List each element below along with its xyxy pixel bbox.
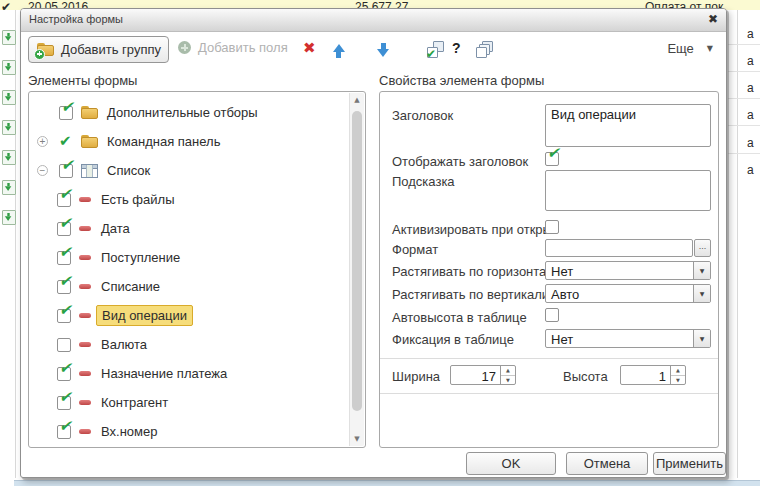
check-mark-icon[interactable]: ✔ (59, 134, 72, 149)
apply-label: Применить (656, 456, 723, 471)
cancel-button[interactable]: Отмена (566, 452, 648, 475)
show-header-checkbox[interactable]: ✔ (545, 152, 559, 166)
stretch-v-select[interactable]: Авто ▼ (545, 284, 711, 303)
dialog-titlebar[interactable]: Настройка формы ✖ (21, 9, 726, 32)
chevron-down-icon: ▼ (700, 267, 705, 274)
background-window-edge (14, 480, 760, 486)
dropdown-button[interactable]: ▼ (693, 262, 710, 279)
spin-down-icon[interactable]: ▼ (671, 376, 685, 385)
format-ellipsis-button[interactable]: ... (694, 239, 711, 257)
checkbox[interactable]: ✔ (57, 193, 71, 207)
apply-button[interactable]: Применить (653, 452, 726, 475)
tree-item[interactable]: ✔ Дата (29, 214, 349, 243)
tree-scrollbar[interactable]: ▲ ▼ (349, 93, 364, 446)
tree-item[interactable]: ✔ Поступление (29, 243, 349, 272)
field-icon (79, 429, 91, 434)
tree-item[interactable]: + ✔ Командная панель (29, 127, 349, 156)
more-button[interactable]: Еще ▼ (667, 41, 713, 56)
scroll-up-icon[interactable]: ▲ (350, 93, 364, 107)
add-group-button[interactable]: Добавить группу (28, 36, 169, 63)
dialog-title: Настройка формы (29, 13, 123, 25)
add-group-label: Добавить группу (61, 42, 161, 57)
tree-panel-title: Элементы формы (28, 73, 137, 88)
check-icon: ✔ (59, 419, 72, 434)
format-input[interactable] (545, 239, 693, 257)
tree-item[interactable]: ✔ Есть файлы (29, 185, 349, 214)
check-icon: ✔ (59, 245, 72, 260)
check-icon: ✔ (61, 158, 74, 173)
width-stepper[interactable]: 17 ▲ ▼ (450, 365, 516, 385)
scrollbar-thumb[interactable] (352, 111, 362, 411)
delete-icon[interactable]: ✖ (303, 40, 316, 57)
tree-item[interactable]: Валюта (29, 330, 349, 359)
activate-checkbox[interactable] (545, 220, 559, 234)
chevron-down-icon: ▼ (700, 335, 705, 342)
tree-item-selected[interactable]: ✔ Вид операции (29, 301, 349, 330)
background-row-line (728, 98, 760, 99)
tree-item-label: Валюта (101, 337, 147, 352)
document-icon (2, 150, 16, 165)
help-button[interactable]: ? (452, 40, 461, 56)
move-down-icon[interactable] (377, 43, 390, 58)
document-icon (2, 60, 16, 75)
check-icon: ✔ (59, 390, 72, 405)
tree-item[interactable]: ✔ Вх.номер (29, 417, 349, 446)
checkbox[interactable] (57, 338, 71, 352)
tree-item[interactable]: ✔ Дополнительные отборы (29, 98, 349, 127)
spin-up-icon[interactable]: ▲ (671, 366, 685, 376)
expand-icon[interactable]: + (37, 136, 48, 147)
form-settings-dialog: Настройка формы ✖ Добавить группу Добави… (20, 8, 727, 478)
element-properties-panel: Заголовок Вид операции Отображать заголо… (379, 91, 719, 448)
checkbox[interactable]: ✔ (57, 280, 71, 294)
spin-up-icon[interactable]: ▲ (501, 366, 515, 376)
chevron-down-icon: ▼ (700, 290, 705, 297)
stretch-h-label: Растягивать по горизонтал (392, 264, 554, 279)
props-panel-title: Свойства элемента формы (379, 73, 544, 88)
background-cell-text: а (747, 27, 754, 41)
height-label: Высота (563, 369, 608, 384)
folder-icon (81, 106, 98, 120)
checkbox[interactable]: ✔ (59, 164, 73, 178)
stretch-v-label: Растягивать по вертикали (392, 287, 549, 302)
checkbox[interactable]: ✔ (57, 396, 71, 410)
checkbox[interactable]: ✔ (57, 251, 71, 265)
collapse-icon[interactable]: − (37, 165, 48, 176)
check-icon: ✔ (547, 146, 560, 161)
stretch-h-select[interactable]: Нет ▼ (545, 261, 711, 280)
checkbox[interactable]: ✔ (57, 367, 71, 381)
checkbox[interactable]: ✔ (57, 425, 71, 439)
ok-button[interactable]: OK (466, 452, 556, 475)
tree-item-label: Вид операции (96, 305, 193, 326)
tree-item-label: Контрагент (101, 395, 168, 410)
dropdown-button[interactable]: ▼ (693, 285, 710, 302)
move-up-icon[interactable] (332, 43, 345, 58)
field-icon (79, 313, 91, 318)
checkbox[interactable]: ✔ (57, 309, 71, 323)
uncheck-all-icon[interactable] (476, 41, 493, 58)
check-all-icon[interactable]: ✔ (427, 41, 444, 58)
table-icon (81, 164, 98, 178)
height-stepper[interactable]: 1 ▲ ▼ (620, 365, 686, 385)
checkbox[interactable]: ✔ (57, 222, 71, 236)
background-cell-text: а (747, 54, 754, 68)
tree-item[interactable]: ✔ Контрагент (29, 388, 349, 417)
close-icon[interactable]: ✖ (708, 12, 718, 26)
tooltip-input[interactable] (545, 170, 711, 211)
tree-item[interactable]: − ✔ Список (29, 156, 349, 185)
document-icon (2, 210, 16, 225)
dropdown-button[interactable]: ▼ (693, 330, 710, 347)
tree-item[interactable]: ✔ Списание (29, 272, 349, 301)
checkbox[interactable]: ✔ (59, 106, 73, 120)
header-value: Вид операции (551, 107, 636, 122)
tree-item-label: Вх.номер (101, 424, 157, 439)
width-label: Ширина (392, 369, 440, 384)
scroll-down-icon[interactable]: ▼ (350, 432, 364, 446)
field-icon (79, 400, 91, 405)
stretch-h-value: Нет (546, 262, 693, 279)
fixation-select[interactable]: Нет ▼ (545, 329, 711, 348)
tree-item[interactable]: ✔ Назначение платежа (29, 359, 349, 388)
header-input[interactable]: Вид операции (545, 104, 711, 147)
autoheight-checkbox[interactable] (545, 308, 559, 322)
field-icon (79, 342, 91, 347)
spin-down-icon[interactable]: ▼ (501, 376, 515, 385)
